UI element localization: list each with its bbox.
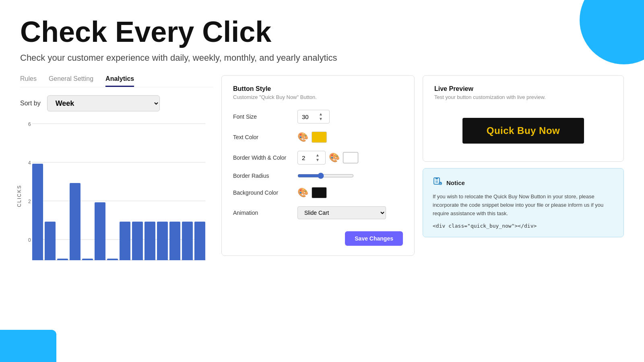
- y-tick-4: 4: [28, 160, 31, 166]
- live-preview-panel: Live Preview Test your button customizat…: [423, 75, 624, 162]
- bar-5: [82, 259, 93, 260]
- border-width-input[interactable]: [302, 154, 313, 161]
- decorative-rect: [0, 330, 56, 362]
- text-color-wheel-icon[interactable]: 🎨: [297, 132, 308, 142]
- button-style-panel: Button Style Customize "Quick Buy Now" B…: [221, 75, 415, 256]
- tab-general-setting[interactable]: General Setting: [49, 75, 93, 87]
- y-tick-6: 6: [28, 121, 31, 127]
- animation-row: Animation Slide Cart Fade In Bounce None: [233, 206, 403, 219]
- border-radius-slider[interactable]: [297, 173, 354, 179]
- notice-icon: !: [433, 177, 442, 189]
- bg-color-wheel-icon[interactable]: 🎨: [297, 187, 308, 198]
- font-size-row: Font Size ▲ ▼: [233, 110, 403, 123]
- notice-title: Notice: [446, 179, 465, 186]
- font-size-control: ▲ ▼: [297, 110, 330, 123]
- sort-select[interactable]: Week Day Month Year: [47, 95, 160, 111]
- border-width-spinners[interactable]: ▲ ▼: [316, 153, 320, 162]
- y-tick-0: 0: [28, 237, 31, 243]
- bar-2: [45, 222, 56, 260]
- animation-control: Slide Cart Fade In Bounce None: [297, 206, 386, 219]
- bar-13: [182, 222, 193, 260]
- sort-row: Sort by Week Day Month Year: [20, 95, 213, 111]
- notice-header: ! Notice: [433, 177, 614, 189]
- border-radius-label: Border Radius: [233, 173, 297, 179]
- y-tick-2: 2: [28, 199, 31, 204]
- text-color-control: 🎨: [297, 132, 327, 143]
- text-color-label: Text Color: [233, 134, 297, 140]
- bar-14: [194, 222, 205, 260]
- svg-text:!: !: [440, 183, 441, 185]
- border-color-wheel-icon[interactable]: 🎨: [329, 152, 340, 163]
- tab-analytics[interactable]: Analytics: [105, 75, 134, 87]
- bg-color-swatch[interactable]: [312, 187, 327, 198]
- chart-y-label: CLICKS: [17, 185, 22, 207]
- sort-label: Sort by: [20, 100, 41, 107]
- border-color-swatch[interactable]: [343, 152, 358, 163]
- notice-panel: ! Notice If you wish to relocate the Qui…: [423, 168, 624, 237]
- bg-color-control: 🎨: [297, 187, 327, 198]
- panel-footer: Save Changes: [233, 231, 403, 246]
- bar-10: [144, 222, 155, 260]
- font-size-input[interactable]: [302, 113, 316, 120]
- border-row: Border Width & Color ▲ ▼ 🎨: [233, 151, 403, 165]
- bar-12: [169, 222, 180, 260]
- animation-label: Animation: [233, 210, 297, 216]
- save-button[interactable]: Save Changes: [345, 231, 403, 246]
- preview-button-wrapper: Quick Buy Now: [434, 110, 612, 152]
- bar-9: [132, 222, 143, 260]
- font-size-spinners[interactable]: ▲ ▼: [319, 112, 323, 121]
- bar-4: [70, 183, 80, 260]
- nav-tabs: Rules General Setting Analytics: [20, 75, 213, 87]
- live-preview-subtitle: Test your button customization with live…: [434, 94, 612, 100]
- page-subtitle: Check your customer experience with dail…: [20, 53, 624, 63]
- border-control: ▲ ▼ 🎨: [297, 151, 358, 165]
- bar-8: [120, 222, 130, 260]
- bar-3: [57, 259, 68, 260]
- bar-11: [157, 222, 168, 260]
- panel-subtitle: Customize "Quick Buy Now" Button.: [233, 94, 403, 100]
- svg-rect-1: [436, 178, 438, 179]
- font-size-label: Font Size: [233, 113, 297, 120]
- font-size-input-box[interactable]: ▲ ▼: [297, 110, 330, 123]
- bar-1: [32, 164, 43, 260]
- text-color-swatch[interactable]: [312, 132, 327, 143]
- bg-color-label: Background Color: [233, 189, 297, 196]
- panel-title: Button Style: [233, 85, 403, 93]
- text-color-row: Text Color 🎨: [233, 132, 403, 143]
- animation-select[interactable]: Slide Cart Fade In Bounce None: [297, 206, 386, 219]
- border-radius-row: Border Radius: [233, 173, 403, 179]
- page-title: Check Every Click: [20, 16, 624, 48]
- bar-7: [107, 259, 118, 260]
- notice-body: If you wish to relocate the Quick Buy No…: [433, 193, 614, 218]
- tab-rules[interactable]: Rules: [20, 75, 37, 87]
- chart-bars: [32, 123, 205, 260]
- chart-container: CLICKS 6 4 2 0: [20, 119, 205, 272]
- bar-6: [95, 202, 105, 260]
- border-width-input-box[interactable]: ▲ ▼: [297, 151, 326, 165]
- notice-code: <div class="quick_buy_now"></div>: [433, 223, 614, 229]
- border-radius-control: [297, 173, 354, 179]
- quick-buy-now-preview-button[interactable]: Quick Buy Now: [462, 118, 584, 144]
- border-label: Border Width & Color: [233, 154, 297, 161]
- right-panel: Live Preview Test your button customizat…: [423, 75, 624, 237]
- live-preview-title: Live Preview: [434, 85, 612, 93]
- bg-color-row: Background Color 🎨: [233, 187, 403, 198]
- analytics-panel: Rules General Setting Analytics Sort by …: [20, 75, 213, 272]
